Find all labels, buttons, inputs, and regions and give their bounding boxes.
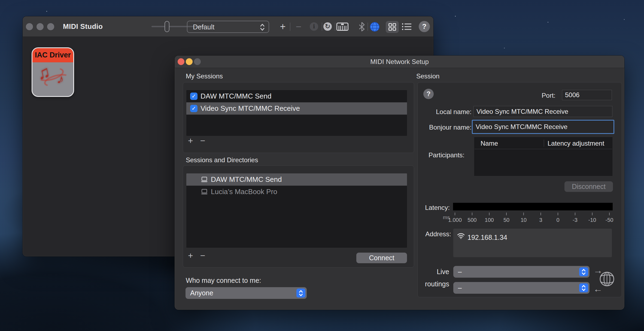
remove-session-button[interactable]: − (200, 136, 205, 146)
checkbox-checked-icon[interactable]: ✓ (190, 93, 198, 100)
tick-label: 1.000 (448, 217, 462, 223)
live-routing-out-select[interactable]: – (453, 266, 590, 278)
tick-label: -3 (573, 217, 578, 223)
popup-stepper[interactable] (579, 267, 588, 276)
column-latency[interactable]: Latency adjustment (548, 137, 604, 149)
routing-out-value: – (458, 266, 462, 278)
directory-item-name: DAW MTC/MMC Send (211, 173, 282, 186)
device-iac-driver[interactable]: IAC Driver ♫ ♪ (32, 47, 74, 97)
tick-label: 100 (485, 217, 494, 223)
add-device-button[interactable]: + (276, 16, 290, 37)
help-button[interactable]: ? (419, 21, 430, 32)
local-name-label: Local name: (409, 108, 472, 116)
close-button[interactable] (26, 23, 33, 30)
latency-meter[interactable] (453, 203, 613, 210)
session-add-remove: +− (188, 136, 205, 146)
tick-label: 10 (521, 217, 527, 223)
laptop-icon (201, 189, 208, 195)
participants-table[interactable]: Name Latency adjustment (474, 137, 612, 176)
info-icon[interactable]: i (310, 22, 318, 31)
popup-stepper[interactable] (579, 283, 588, 292)
tick-label: 50 (503, 217, 509, 223)
bonjour-name-field-focused[interactable]: Video Sync MTC/MMC Receive (472, 120, 614, 134)
directory-list[interactable]: DAW MTC/MMC Send Lucia’s MacBook Pro (186, 173, 407, 248)
bluetooth-icon[interactable] (359, 22, 365, 31)
session-name: Video Sync MTC/MMC Receive (201, 102, 300, 115)
directory-item-name: Lucia’s MacBook Pro (211, 186, 277, 198)
directory-row-selected[interactable]: DAW MTC/MMC Send (186, 173, 407, 186)
grid-view-icon (388, 23, 396, 31)
who-may-connect-value: Anyone (190, 287, 213, 299)
tick-label: 3 (539, 217, 542, 223)
zoom-button[interactable] (47, 23, 54, 30)
local-name-field[interactable]: Video Sync MTC/MMC Receive (473, 106, 612, 117)
session-row-selected[interactable]: ✓ Video Sync MTC/MMC Receive (186, 102, 407, 115)
remove-device-button[interactable]: − (292, 16, 305, 37)
tick-label: -50 (606, 217, 613, 223)
configuration-value: Default (193, 23, 214, 31)
music-note-icon: ♫ (35, 62, 52, 83)
toolbar-divider (322, 23, 322, 31)
minimize-button[interactable] (37, 23, 44, 30)
participants-header: Name Latency adjustment (475, 137, 612, 149)
routing-in-value: – (458, 282, 462, 294)
port-label: Port: (515, 92, 555, 99)
tick-label: 500 (467, 217, 476, 223)
bonjour-name-value: Video Sync MTC/MMC Receive (473, 121, 613, 133)
slider-handle[interactable] (165, 21, 169, 32)
toolbar-divider (290, 23, 290, 31)
bonjour-name-label: Bonjour name: (409, 124, 472, 131)
list-view-icon[interactable] (402, 23, 412, 30)
toolbar-divider (367, 23, 368, 31)
directory-row[interactable]: Lucia’s MacBook Pro (186, 186, 407, 198)
window-title: MIDI Studio (63, 16, 103, 37)
directory-group: DAW MTC/MMC Send Lucia’s MacBook Pro +− … (183, 166, 414, 268)
midi-network-setup-window: MIDI Network Setup My Sessions ✓ DAW MTC… (175, 56, 624, 310)
session-label: Session (416, 72, 439, 80)
network-globe-icon[interactable] (370, 22, 380, 32)
my-sessions-list[interactable]: ✓ DAW MTC/MMC Send ✓ Video Sync MTC/MMC … (186, 90, 407, 136)
globe-icon (599, 271, 615, 287)
grid-view-button[interactable] (386, 21, 399, 33)
who-may-connect-select[interactable]: Anyone (186, 287, 307, 299)
remove-directory-button[interactable]: − (200, 251, 205, 260)
column-divider (544, 140, 544, 147)
add-session-button[interactable]: + (188, 136, 193, 146)
checkbox-checked-icon[interactable]: ✓ (190, 105, 198, 112)
window-title: MIDI Network Setup (175, 56, 624, 68)
address-box[interactable]: 192.168.1.34 (453, 229, 612, 257)
connect-button[interactable]: Connect (356, 253, 407, 263)
popup-stepper[interactable] (296, 289, 305, 298)
session-row[interactable]: ✓ DAW MTC/MMC Send (186, 90, 407, 102)
who-may-connect-label: Who may connect to me: (186, 277, 261, 284)
tick-label: -10 (588, 217, 596, 223)
directory-add-remove: +− (188, 251, 205, 261)
session-name: DAW MTC/MMC Send (201, 90, 272, 102)
directory-label: Sessions and Directories (186, 156, 258, 164)
column-name[interactable]: Name (481, 137, 498, 149)
chevron-up-down-icon (260, 23, 265, 31)
disconnect-button: Disconnect (564, 181, 613, 192)
chevron-up-down-icon (298, 290, 304, 297)
wifi-icon (457, 233, 465, 239)
stars (46, 11, 47, 12)
latency-unit: ms (420, 214, 450, 220)
my-sessions-label: My Sessions (186, 72, 223, 80)
midi-studio-titlebar[interactable]: MIDI Studio Default + − i ↻ (23, 16, 433, 37)
ip-address: 192.168.1.34 (467, 234, 507, 241)
test-keyboard-icon[interactable] (336, 23, 348, 31)
device-name: IAC Driver (32, 48, 73, 62)
live-routings-label: Live routings (403, 266, 449, 290)
add-directory-button[interactable]: + (188, 251, 193, 260)
address-label: Address: (406, 230, 451, 238)
configuration-select[interactable]: Default (187, 21, 269, 33)
toolbar-divider (335, 23, 335, 31)
rescan-icon[interactable]: ↻ (323, 22, 332, 31)
setup-titlebar[interactable]: MIDI Network Setup (175, 56, 624, 68)
port-field[interactable]: 5006 (562, 90, 612, 100)
live-routing-in-select[interactable]: – (453, 282, 590, 294)
help-button[interactable]: ? (423, 89, 434, 99)
my-sessions-group: ✓ DAW MTC/MMC Send ✓ Video Sync MTC/MMC … (183, 82, 414, 153)
latency-label: Latency: (406, 204, 450, 212)
tick-label: 0 (556, 217, 559, 223)
